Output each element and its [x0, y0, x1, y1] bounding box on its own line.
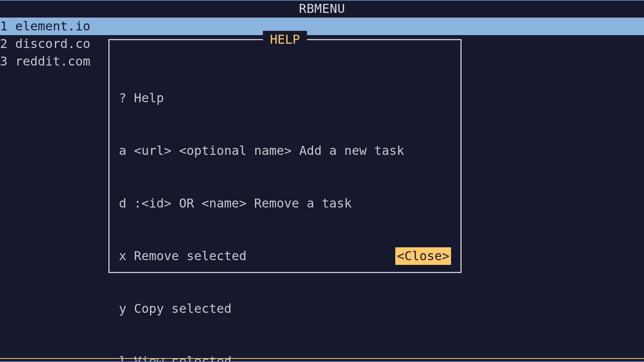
help-dialog-title: HELP [263, 31, 307, 48]
list-item-index: 3 [0, 53, 8, 70]
app-title: RBMENU [0, 0, 644, 18]
status-separator [0, 358, 644, 359]
help-line: d :<id> OR <name> Remove a task [119, 195, 451, 212]
list-item-label: element.io [15, 18, 90, 35]
list-item[interactable]: 1 element.io [0, 18, 644, 35]
help-line: l View selected [119, 353, 451, 362]
close-button[interactable]: <Close> [395, 247, 451, 265]
window-top-edge [0, 0, 644, 1]
help-dialog: HELP ? Help a <url> <optional name> Add … [108, 39, 462, 273]
list-item-label: reddit.com [15, 53, 90, 70]
help-body: ? Help a <url> <optional name> Add a new… [119, 54, 451, 362]
help-line: ? Help [119, 89, 451, 107]
list-item-index: 2 [0, 35, 8, 53]
list-item-index: 1 [0, 18, 8, 35]
help-line: a <url> <optional name> Add a new task [119, 142, 451, 160]
help-line: y Copy selected [119, 300, 451, 318]
list-item-label: discord.co [15, 35, 90, 53]
